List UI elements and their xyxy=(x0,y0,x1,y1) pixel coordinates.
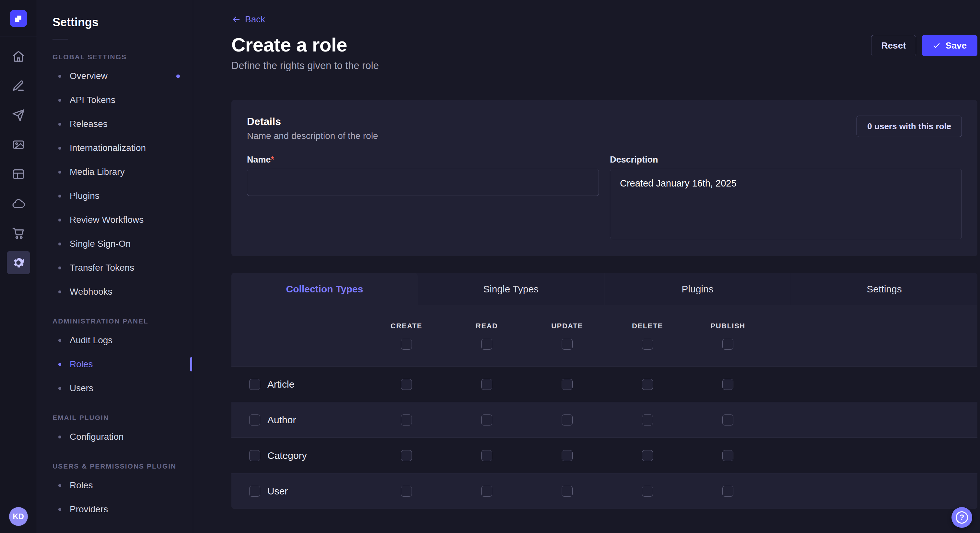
user-read-checkbox[interactable] xyxy=(481,486,492,497)
author-update-checkbox[interactable] xyxy=(562,414,573,425)
role-name-input[interactable] xyxy=(247,169,599,196)
article-row-checkbox[interactable] xyxy=(249,379,260,390)
author-row-checkbox[interactable] xyxy=(249,414,260,425)
content-type-builder-icon[interactable] xyxy=(7,74,30,97)
sidebar-item-label: Media Library xyxy=(70,167,125,177)
role-description-textarea[interactable]: Created January 16th, 2025 xyxy=(610,169,962,239)
sidebar-item-users[interactable]: Users xyxy=(37,376,193,400)
sidebar-item-review-workflows[interactable]: Review Workflows xyxy=(37,208,193,232)
user-update-checkbox[interactable] xyxy=(562,486,573,497)
row-label: Article xyxy=(267,379,294,390)
logo-container xyxy=(0,0,37,37)
sidebar-item-api-tokens[interactable]: API Tokens xyxy=(37,88,193,112)
permission-row-user: User xyxy=(231,473,977,509)
author-delete-checkbox[interactable] xyxy=(642,414,653,425)
sidebar-item-internationalization[interactable]: Internationalization xyxy=(37,136,193,160)
sidebar-item-overview[interactable]: Overview xyxy=(37,64,193,88)
cell xyxy=(607,379,688,390)
cell xyxy=(527,414,607,425)
article-publish-checkbox[interactable] xyxy=(722,379,733,390)
save-button[interactable]: Save xyxy=(922,35,977,56)
category-row-checkbox[interactable] xyxy=(249,450,260,461)
cell xyxy=(527,450,607,461)
media-library-icon[interactable] xyxy=(7,133,30,156)
sidebar-item-releases[interactable]: Releases xyxy=(37,112,193,136)
tab-settings[interactable]: Settings xyxy=(791,273,977,305)
cell xyxy=(447,450,527,461)
header-actions: Reset Save xyxy=(871,35,977,56)
sidebar-item-label: Plugins xyxy=(70,191,100,201)
user-row-checkbox[interactable] xyxy=(249,486,260,497)
settings-icon[interactable] xyxy=(7,251,30,274)
marketplace-icon[interactable] xyxy=(7,222,30,245)
permissions-table-header: CREATE READ UPDATE DELETE xyxy=(231,305,977,366)
select-all-delete-checkbox[interactable] xyxy=(642,339,653,350)
sidebar-item-media-library[interactable]: Media Library xyxy=(37,160,193,184)
bullet-icon xyxy=(58,195,61,198)
category-update-checkbox[interactable] xyxy=(562,450,573,461)
cell xyxy=(607,414,688,425)
cell xyxy=(366,486,447,497)
article-create-checkbox[interactable] xyxy=(401,379,412,390)
sidebar-item-up-roles[interactable]: Roles xyxy=(37,473,193,497)
cell xyxy=(688,379,768,390)
reset-button[interactable]: Reset xyxy=(871,35,916,56)
column-header-publish: PUBLISH xyxy=(710,322,745,330)
sidebar-item-label: Single Sign-On xyxy=(70,239,130,249)
sidebar-item-label: Roles xyxy=(70,480,93,490)
tab-single-types[interactable]: Single Types xyxy=(418,273,604,305)
tab-plugins[interactable]: Plugins xyxy=(604,273,791,305)
content-manager-icon[interactable] xyxy=(7,163,30,186)
sidebar-item-single-sign-on[interactable]: Single Sign-On xyxy=(37,232,193,256)
page-titles: Create a role Define the rights given to… xyxy=(231,34,379,71)
name-label: Name* xyxy=(247,155,599,165)
details-card-titles: Details Name and description of the role xyxy=(247,116,378,141)
cloud-icon[interactable] xyxy=(7,192,30,215)
select-all-update-checkbox[interactable] xyxy=(562,339,573,350)
cell xyxy=(527,486,607,497)
settings-sidebar: Settings GLOBAL SETTINGS Overview API To… xyxy=(37,0,193,533)
category-create-checkbox[interactable] xyxy=(401,450,412,461)
arrow-left-icon xyxy=(231,14,241,24)
author-publish-checkbox[interactable] xyxy=(722,414,733,425)
author-read-checkbox[interactable] xyxy=(481,414,492,425)
user-delete-checkbox[interactable] xyxy=(642,486,653,497)
category-publish-checkbox[interactable] xyxy=(722,450,733,461)
category-delete-checkbox[interactable] xyxy=(642,450,653,461)
strapi-logo[interactable] xyxy=(10,10,27,27)
sidebar-item-label: Audit Logs xyxy=(70,335,113,346)
row-head: Author xyxy=(231,414,366,425)
details-title: Details xyxy=(247,116,378,128)
sidebar-item-transfer-tokens[interactable]: Transfer Tokens xyxy=(37,256,193,280)
select-all-create-checkbox[interactable] xyxy=(401,339,412,350)
article-delete-checkbox[interactable] xyxy=(642,379,653,390)
users-with-role-button[interactable]: 0 users with this role xyxy=(856,116,962,137)
user-publish-checkbox[interactable] xyxy=(722,486,733,497)
sidebar-item-webhooks[interactable]: Webhooks xyxy=(37,280,193,304)
sidebar-item-roles[interactable]: Roles xyxy=(37,352,193,376)
sidebar-item-configuration[interactable]: Configuration xyxy=(37,425,193,449)
tab-collection-types[interactable]: Collection Types xyxy=(231,273,418,305)
sidebar-item-plugins[interactable]: Plugins xyxy=(37,184,193,208)
active-indicator xyxy=(190,357,192,371)
article-update-checkbox[interactable] xyxy=(562,379,573,390)
select-all-publish-checkbox[interactable] xyxy=(722,339,733,350)
permissions-tabs: Collection Types Single Types Plugins Se… xyxy=(231,273,977,305)
permissions-section: Collection Types Single Types Plugins Se… xyxy=(231,273,977,509)
select-all-read-checkbox[interactable] xyxy=(481,339,492,350)
user-avatar[interactable]: KD xyxy=(9,507,28,526)
author-create-checkbox[interactable] xyxy=(401,414,412,425)
category-read-checkbox[interactable] xyxy=(481,450,492,461)
help-button[interactable]: ? xyxy=(951,507,972,528)
home-icon[interactable] xyxy=(7,45,30,68)
back-link[interactable]: Back xyxy=(231,13,265,26)
row-label: Category xyxy=(267,450,307,461)
cell xyxy=(366,450,447,461)
main-nav-rail: KD xyxy=(0,0,37,533)
user-create-checkbox[interactable] xyxy=(401,486,412,497)
sidebar-item-providers[interactable]: Providers xyxy=(37,497,193,521)
article-read-checkbox[interactable] xyxy=(481,379,492,390)
bullet-icon xyxy=(58,171,61,174)
deploy-icon[interactable] xyxy=(7,104,30,127)
sidebar-item-audit-logs[interactable]: Audit Logs xyxy=(37,328,193,352)
